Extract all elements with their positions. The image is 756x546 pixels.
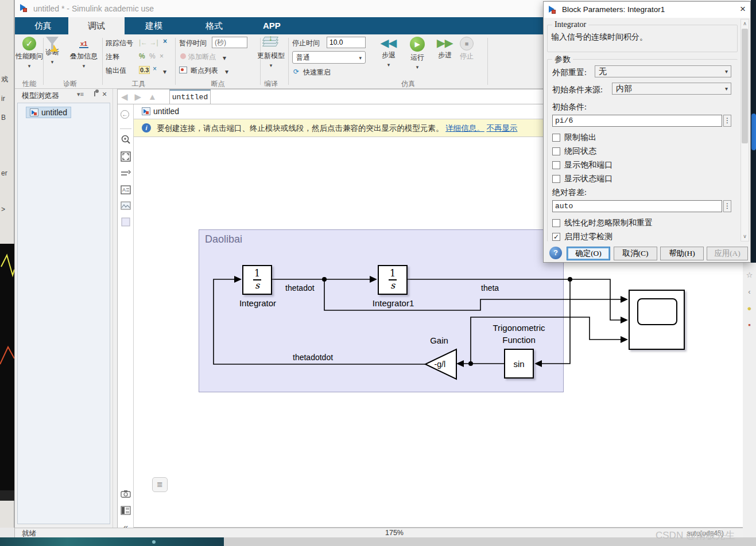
info-icon: i — [142, 123, 151, 132]
canvas-nav: ◀▶▲ — [121, 92, 164, 102]
canvas-tab-untitled[interactable]: untitled — [169, 89, 211, 104]
pin-icon[interactable] — [92, 89, 99, 98]
percent-disabled-icon[interactable]: % — [149, 52, 156, 60]
scroll-up-icon[interactable]: ∧ — [741, 20, 749, 28]
fit-to-view-icon[interactable] — [120, 151, 131, 163]
update-model-button[interactable]: ↓ 更新模型 ▾ — [255, 37, 287, 69]
hide-browser-icon[interactable]: ← — [121, 110, 129, 119]
bg-text-fragment: er — [1, 169, 7, 177]
breakpoint-list-button[interactable]: 断点列表 — [191, 66, 218, 76]
comment-button[interactable]: 注释 — [106, 52, 119, 62]
layout-icon[interactable] — [120, 506, 131, 517]
model-file-icon — [30, 108, 38, 116]
status-zoom-level: 175% — [385, 529, 404, 537]
add-breakpoint-caret[interactable]: ▾ — [223, 54, 226, 62]
ic-source-combo[interactable]: 内部 ▾ — [612, 83, 731, 95]
performance-advisor-icon: ✓ — [22, 37, 36, 50]
output-stack-icon[interactable]: × — [153, 65, 157, 73]
tab-simulation[interactable]: 仿真 — [15, 17, 71, 34]
model-browser-title: 模型浏览器 — [22, 91, 59, 101]
scroll-thumb[interactable] — [742, 29, 748, 143]
output-value-badge-icon[interactable]: 0.3 — [139, 66, 150, 74]
ok-button[interactable]: 确定(O) — [567, 247, 610, 260]
run-button[interactable]: ▶ 运行 ▾ — [404, 37, 431, 71]
overlay-info-button[interactable]: x1 叠加信息 ▾ — [67, 37, 101, 69]
annotation-icon[interactable]: A — [120, 185, 131, 196]
zero-crossing-checkbox[interactable]: ✓ 启用过零检测 — [552, 232, 612, 242]
tab-debug[interactable]: 调试 — [68, 17, 125, 34]
checkbox-box — [552, 134, 560, 142]
tree-item-untitled[interactable]: untitled — [26, 107, 71, 118]
image-annotation-icon[interactable] — [120, 201, 131, 212]
cancel-button[interactable]: 取消(C) — [614, 247, 657, 260]
scope-block[interactable] — [629, 290, 685, 350]
pause-time-input[interactable] — [212, 37, 247, 48]
parameters-section: 参数 外部重置: 无 ▾ 初始条件来源: 内部 ▾ 初始条件: pi/6 ⋮ 限… — [547, 59, 738, 241]
sim-mode-combo[interactable]: 普通 ▾ — [292, 51, 366, 64]
ignore-limit-checkbox[interactable]: 线性化时忽略限制和重置 — [552, 218, 653, 228]
stop-time-input[interactable] — [327, 37, 366, 48]
svg-text:A: A — [122, 187, 126, 193]
external-reset-combo[interactable]: 无 ▾ — [595, 65, 731, 77]
block-parameters-dialog: Block Parameters: Integrator1 × Integrat… — [543, 1, 751, 263]
absolute-tolerance-input[interactable]: auto — [552, 200, 722, 212]
trig-function-block[interactable]: sin — [504, 349, 534, 379]
breadcrumb[interactable]: untitled — [142, 107, 179, 116]
chevron-left-icon: ‹ — [743, 287, 756, 296]
dialog-scrollbar[interactable]: ∧ ∨ — [741, 19, 749, 241]
show-state-port-checkbox[interactable]: 显示状态端口 — [552, 174, 612, 184]
wrap-state-checkbox[interactable]: 绕回状态 — [552, 146, 596, 157]
background-scope-window — [0, 244, 14, 501]
panel-close-icon[interactable]: × — [102, 89, 107, 99]
stop-button[interactable]: ■ 停止 — [455, 37, 479, 61]
breakpoint-list-caret[interactable]: ▾ — [225, 68, 228, 76]
screenshot-icon[interactable] — [120, 490, 131, 501]
limit-output-checkbox[interactable]: 限制输出 — [552, 132, 596, 143]
initial-condition-kebab-button[interactable]: ⋮ — [723, 115, 731, 127]
integrator-block[interactable]: 1s — [242, 265, 272, 295]
canvas-data-badge[interactable]: ≣ — [152, 477, 168, 492]
fast-restart-button[interactable]: 快速重启 — [303, 68, 331, 77]
diagnostics-button[interactable]: 诊断 ▾ — [39, 37, 65, 65]
signal-routing-icon[interactable] — [120, 169, 131, 180]
scroll-down-icon[interactable]: ∨ — [741, 232, 749, 241]
gain-label: Gain — [413, 336, 465, 345]
panel-splitter[interactable] — [113, 89, 117, 528]
area-box-icon[interactable] — [120, 217, 131, 228]
output-value-caret[interactable]: ▾ — [163, 68, 166, 76]
absolute-tolerance-kebab-button[interactable]: ⋮ — [723, 200, 731, 212]
nav-back-icon[interactable]: ◀ — [121, 92, 135, 102]
nav-forward-icon[interactable]: ▶ — [135, 92, 149, 102]
wallpaper-star — [152, 540, 156, 544]
dialog-close-icon[interactable]: × — [740, 3, 746, 15]
panel-menu-icon[interactable]: ▾≡ — [77, 91, 84, 98]
trace-signal-button[interactable]: 跟踪信号 — [106, 38, 133, 48]
trace-skip-icons[interactable]: |← →| — [139, 38, 158, 46]
help-button[interactable]: 帮助(H) — [660, 247, 704, 260]
dismiss-link[interactable]: 不再显示 — [487, 124, 518, 132]
step-back-button[interactable]: ◀◀ 步退 ▾ — [375, 37, 402, 68]
trace-clear-icon[interactable]: × — [163, 37, 167, 45]
taskbar-strip — [0, 537, 756, 546]
nav-up-icon[interactable]: ▲ — [148, 92, 164, 102]
sphere-icon: ● — [743, 304, 756, 313]
details-link[interactable]: 详细信息。 — [445, 124, 484, 132]
run-icon: ▶ — [410, 37, 425, 52]
zoom-in-icon[interactable] — [120, 134, 131, 146]
dialog-title-bar[interactable]: Block Parameters: Integrator1 × — [544, 2, 750, 18]
percent-icon[interactable]: % — [139, 52, 145, 60]
tab-format[interactable]: 格式 — [186, 17, 242, 34]
tab-modeling[interactable]: 建模 — [126, 17, 182, 34]
status-bar: 就绪 175% — [15, 528, 756, 537]
dialog-help-orb-icon[interactable]: ? — [549, 247, 562, 259]
tab-apps[interactable]: APP — [243, 17, 300, 34]
apply-button[interactable]: 应用(A) — [707, 247, 748, 260]
add-breakpoint-button[interactable]: 添加断点 — [188, 52, 216, 62]
output-value-button[interactable]: 输出值 — [106, 66, 126, 76]
bg-text-fragment: 戏 — [1, 75, 8, 84]
integrator1-block[interactable]: 1s — [378, 265, 408, 295]
percent-remove-icon[interactable]: × — [160, 52, 164, 60]
initial-condition-input[interactable]: pi/6 — [552, 115, 722, 127]
show-saturation-port-checkbox[interactable]: 显示饱和端口 — [552, 160, 612, 170]
bg-text-fragment: B — [1, 114, 6, 122]
